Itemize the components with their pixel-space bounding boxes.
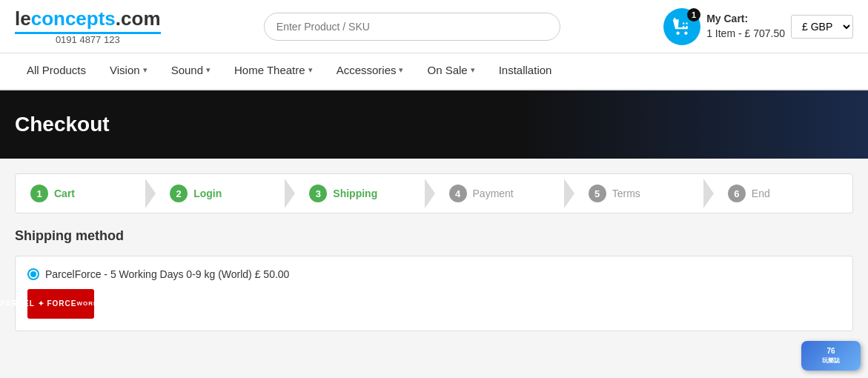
parcelforce-logo: PARCEL ✦ FORCEWORLDWIDE bbox=[27, 289, 94, 319]
search-input[interactable] bbox=[264, 13, 560, 41]
cart-label: My Cart: bbox=[706, 13, 748, 24]
nav-sound[interactable]: Sound ▾ bbox=[159, 53, 222, 89]
step-2-label: Login bbox=[193, 188, 222, 199]
nav-on-sale[interactable]: On Sale ▾ bbox=[415, 53, 486, 89]
cart-badge: 1 bbox=[687, 8, 700, 21]
checkout-title: Checkout bbox=[15, 113, 110, 136]
step-login[interactable]: 2 Login bbox=[155, 174, 294, 213]
nav-home-theatre[interactable]: Home Theatre ▾ bbox=[222, 53, 325, 89]
cart-area[interactable]: 1 My Cart: 1 Item - £ 707.50 £ GBP $ USD… bbox=[663, 8, 853, 45]
currency-select[interactable]: £ GBP $ USD € EUR bbox=[791, 15, 853, 39]
chevron-down-icon: ▾ bbox=[399, 65, 403, 75]
logo[interactable]: leconcepts.com 0191 4877 123 bbox=[15, 7, 161, 45]
step-cart[interactable]: 1 Cart bbox=[16, 174, 155, 213]
logo-concepts: concepts bbox=[31, 7, 116, 30]
bottom-badge: 76玩樂誌 bbox=[801, 341, 861, 346]
logo-dotcom: .com bbox=[116, 7, 161, 30]
search-bar[interactable] bbox=[264, 13, 560, 41]
chevron-down-icon: ▾ bbox=[143, 65, 148, 75]
shipping-option[interactable]: ParcelForce - 5 Working Days 0-9 kg (Wor… bbox=[27, 268, 841, 280]
step-6-label: End bbox=[752, 188, 770, 199]
nav-accessories[interactable]: Accessories ▾ bbox=[325, 53, 416, 89]
step-end[interactable]: 6 End bbox=[713, 174, 852, 213]
header: leconcepts.com 0191 4877 123 1 My Cart: … bbox=[0, 0, 868, 53]
phone-number: 0191 4877 123 bbox=[15, 34, 161, 45]
step-3-number: 3 bbox=[309, 185, 327, 202]
step-4-label: Payment bbox=[473, 188, 514, 199]
steps-bar: 1 Cart 2 Login 3 Shipping 4 Payment 5 Te… bbox=[15, 173, 853, 213]
step-3-label: Shipping bbox=[333, 188, 377, 199]
checkout-banner: Checkout bbox=[0, 90, 868, 159]
step-5-number: 5 bbox=[589, 185, 606, 202]
step-4-number: 4 bbox=[449, 185, 467, 202]
logo-le: le bbox=[15, 7, 31, 30]
shipping-box: ParcelForce - 5 Working Days 0-9 kg (Wor… bbox=[15, 256, 853, 331]
step-2-number: 2 bbox=[170, 185, 188, 202]
step-1-number: 1 bbox=[30, 185, 48, 202]
radio-button[interactable] bbox=[27, 268, 39, 280]
cart-text: My Cart: 1 Item - £ 707.50 bbox=[706, 12, 785, 41]
shipping-title: Shipping method bbox=[15, 228, 853, 244]
shipping-section: Shipping method ParcelForce - 5 Working … bbox=[0, 228, 868, 346]
chevron-down-icon: ▾ bbox=[206, 65, 211, 75]
step-5-label: Terms bbox=[612, 188, 640, 199]
cart-icon-wrapper[interactable]: 1 bbox=[663, 8, 700, 45]
step-6-number: 6 bbox=[728, 185, 746, 202]
nav-all-products[interactable]: All Products bbox=[15, 53, 98, 89]
step-shipping[interactable]: 3 Shipping bbox=[294, 174, 434, 213]
radio-dot-inner bbox=[30, 271, 36, 277]
cart-summary: 1 Item - £ 707.50 bbox=[706, 27, 785, 39]
chevron-down-icon: ▾ bbox=[308, 65, 313, 75]
chevron-down-icon: ▾ bbox=[471, 65, 475, 75]
nav-installation[interactable]: Installation bbox=[487, 53, 564, 89]
step-payment[interactable]: 4 Payment bbox=[434, 174, 574, 213]
shipping-option-label: ParcelForce - 5 Working Days 0-9 kg (Wor… bbox=[45, 268, 289, 280]
steps-wrapper: 1 Cart 2 Login 3 Shipping 4 Payment 5 Te… bbox=[0, 159, 868, 228]
main-nav: All Products Vision ▾ Sound ▾ Home Theat… bbox=[0, 53, 868, 90]
nav-vision[interactable]: Vision ▾ bbox=[98, 53, 159, 89]
step-terms[interactable]: 5 Terms bbox=[574, 174, 713, 213]
step-1-label: Cart bbox=[54, 188, 75, 199]
